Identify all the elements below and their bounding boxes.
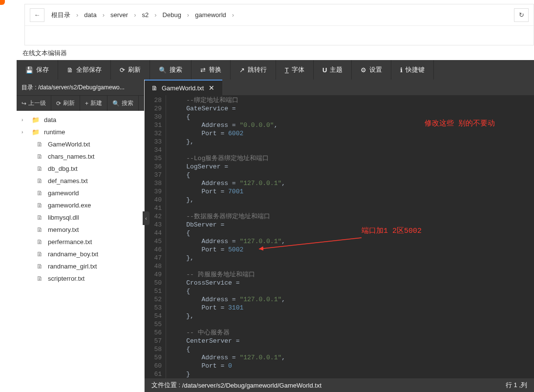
tree-file[interactable]: 🗎libmysql.dll [17,211,144,224]
gear-icon: ⚙ [361,66,366,74]
code-line[interactable]: --数据服务器绑定地址和端口 [171,212,534,221]
code-line[interactable]: }, [171,254,534,262]
code-line[interactable]: { [171,171,534,179]
tree-file[interactable]: 🗎db_dbg.txt [17,163,144,175]
collapse-sidebar-button[interactable]: ‹ [143,211,150,225]
status-path: /data/server/s2/Debug/gameworld/GameWorl… [182,382,321,389]
search-icon: 🔍 [159,66,167,74]
tree-file[interactable]: 🗎randname_girl.txt [17,260,144,272]
tree-label: memory.txt [48,226,79,233]
file-icon: 🗎 [35,226,44,233]
code-line[interactable]: } [171,370,534,378]
tree-file[interactable]: 🗎chars_names.txt [17,150,144,163]
theme-label: 主题 [330,65,342,74]
theme-button[interactable]: U主题 [314,60,352,80]
breadcrumb-item[interactable]: server [107,11,132,19]
tree-file[interactable]: 🗎gameworld [17,187,144,199]
code-line[interactable]: Address = "127.0.0.1", [171,179,534,187]
tree-file[interactable]: 🗎GameWorld.txt [17,138,144,150]
code-line[interactable]: LogServer = [171,163,534,171]
tree-file[interactable]: 🗎gameworld.exe [17,199,144,211]
new-button[interactable]: +新建 [80,96,107,111]
tree-file[interactable]: 🗎scripterror.txt [17,272,144,285]
code-line[interactable] [171,320,534,329]
code-line[interactable]: --Log服务器绑定地址和端口 [171,154,534,163]
search-icon: 🔍 [112,100,120,107]
settings-button[interactable]: ⚙设置 [352,60,391,80]
tab-label: GameWorld.txt [162,84,204,92]
tree-label: randname_boy.txt [48,250,98,258]
code-line[interactable]: { [171,287,534,295]
breadcrumb-item[interactable]: s2 [138,11,152,19]
code-line[interactable] [171,262,534,270]
tree-file[interactable]: 🗎def_names.txt [17,175,144,187]
goto-label: 跳转行 [248,65,267,74]
replace-icon: ⇄ [200,66,206,74]
code-line[interactable]: { [171,345,534,353]
code-line[interactable]: Port = 0 [171,362,534,370]
code-line[interactable]: { [171,229,534,237]
code-line[interactable]: GateService = [171,104,534,113]
tree-folder[interactable]: ›📁data [17,114,144,126]
code-line[interactable]: CenterServer = [171,337,534,345]
code-line[interactable]: }, [171,196,534,204]
breadcrumb-item[interactable]: gameworld [191,11,230,19]
tree-label: gameworld [48,189,79,197]
code-line[interactable]: -- 中心服务器 [171,329,534,337]
save-all-label: 全部保存 [76,65,102,74]
code-line[interactable]: Port = 6002 [171,129,534,138]
chevron-right-icon: › [186,11,190,19]
search-tree-label: 搜索 [122,99,133,107]
up-button[interactable]: ↪上一级 [17,96,51,111]
tree-file[interactable]: 🗎randname_boy.txt [17,248,144,260]
refresh-button[interactable]: ↻ [514,8,529,22]
breadcrumb-item[interactable]: Debug [159,11,185,19]
replace-button[interactable]: ⇄替换 [192,60,231,80]
search-tree-button[interactable]: 🔍搜索 [107,96,139,111]
file-tree[interactable]: ›📁data›📁runtime🗎GameWorld.txt🗎chars_name… [17,111,144,392]
refresh-button[interactable]: ⟳刷新 [111,60,150,80]
save-all-icon: 🗎 [67,66,73,74]
font-button[interactable]: T字体 [276,60,314,80]
breadcrumb-item[interactable]: 根目录 [47,11,74,20]
code-line[interactable]: -- 跨服服务地址和端口 [171,270,534,279]
code-line[interactable]: }, [171,138,534,146]
code-line[interactable]: Address = "127.0.0.1", [171,353,534,362]
code-line[interactable]: Address = "127.0.0.1", [171,237,534,246]
code-line[interactable]: --绑定地址和端口 [171,96,534,104]
code-line[interactable] [171,204,534,212]
tree-label: scripterror.txt [48,275,85,282]
annotation-1: 修改这些 别的不要动 [425,120,495,128]
tab-gameworld[interactable]: 🗎 GameWorld.txt ✕ [145,80,222,95]
dir-label: 目录 : [21,83,37,92]
code-line[interactable]: Port = 7001 [171,187,534,196]
tree-folder[interactable]: ›📁runtime [17,126,144,138]
file-icon: 🗎 [35,141,44,148]
refresh-tree-button[interactable]: ⟳刷新 [51,96,80,111]
tree-file[interactable]: 🗎memory.txt [17,224,144,236]
file-icon: 🗎 [35,238,44,246]
code-line[interactable] [171,146,534,154]
file-manager-top: ← 根目录› data› server› s2› Debug› gameworl… [24,4,534,45]
breadcrumb-item[interactable]: data [80,11,100,19]
save-button[interactable]: 💾保存 [17,60,58,80]
code-line[interactable]: Port = 5002 [171,246,534,254]
code-line[interactable]: DbServer = [171,221,534,229]
code-line[interactable]: CrossService = [171,279,534,287]
back-button[interactable]: ← [30,8,44,22]
goto-button[interactable]: ↗跳转行 [231,60,276,80]
code-editor[interactable]: 2829303132333435363738394041424344454647… [145,95,534,378]
code-content[interactable]: 修改这些 别的不要动 端口加1 2区5002 --绑定地址和端口 GateSer… [166,95,534,378]
shortcut-button[interactable]: ℹ快捷键 [391,60,434,80]
side-panel: 目录 : /data/server/s2/Debug/gamewo... ↪上一… [17,80,145,392]
code-line[interactable]: Address = "127.0.0.1", [171,295,534,304]
font-icon: T [285,66,289,74]
code-line[interactable]: Port = 3101 [171,304,534,312]
close-icon[interactable]: ✕ [208,84,215,92]
search-button[interactable]: 🔍搜索 [150,60,192,80]
cursor-position: 行 1 ,列 [506,381,527,390]
side-actions: ↪上一级 ⟳刷新 +新建 🔍搜索 [17,95,144,111]
code-line[interactable]: }, [171,312,534,320]
tree-file[interactable]: 🗎perfermance.txt [17,236,144,248]
save-all-button[interactable]: 🗎全部保存 [58,60,111,80]
